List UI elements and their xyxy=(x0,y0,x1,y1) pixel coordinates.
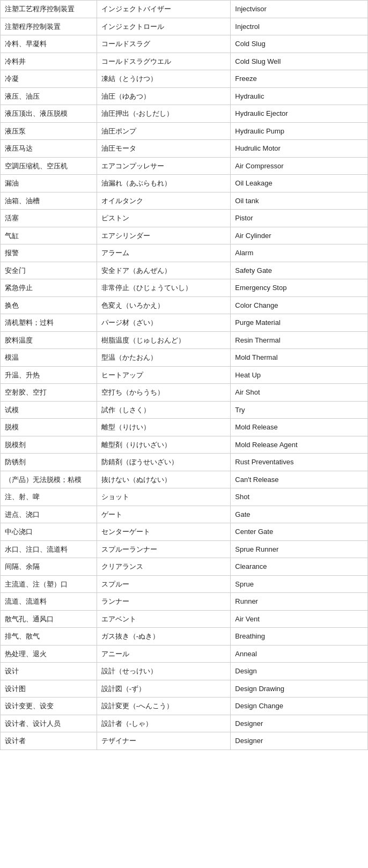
chinese-term: 胶料温度 xyxy=(1,331,97,349)
japanese-term: 設計（せっけい） xyxy=(97,663,231,680)
chinese-term: 主流道、注（塑）口 xyxy=(1,575,97,593)
chinese-term: 冷料、早凝料 xyxy=(1,35,97,53)
english-term: Can't Release xyxy=(231,471,368,488)
english-term: Color Change xyxy=(231,296,368,314)
japanese-term: 油圧モータ xyxy=(97,140,231,158)
japanese-term: 試作（しさく） xyxy=(97,401,231,419)
table-row: 升温、升热ヒートアップHeat Up xyxy=(1,366,368,384)
english-term: Cold Slug Well xyxy=(231,53,368,70)
english-term: Shot xyxy=(231,488,368,506)
japanese-term: ショット xyxy=(97,488,231,506)
japanese-term: 凍結（とうけつ） xyxy=(97,70,231,88)
table-row: 设计者テザイナーDesigner xyxy=(1,732,368,750)
japanese-term: エアベント xyxy=(97,610,231,628)
table-row: 空射胶、空打空打ち（からうち）Air Shot xyxy=(1,384,368,402)
terminology-table: 注塑工艺程序控制装置インジェクトバイザーInjectvisor注塑程序控制装置イ… xyxy=(0,0,368,750)
chinese-term: 热处理、退火 xyxy=(1,645,97,663)
english-term: Sprue xyxy=(231,575,368,593)
japanese-term: 設計者（-しゃ） xyxy=(97,715,231,732)
table-row: 冷料井コールドスラグウエルCold Slug Well xyxy=(1,53,368,70)
table-row: 试模試作（しさく）Try xyxy=(1,401,368,419)
chinese-term: 冷料井 xyxy=(1,53,97,70)
japanese-term: テザイナー xyxy=(97,732,231,750)
chinese-term: 排气、散气 xyxy=(1,628,97,646)
table-row: 设计图設計図（-ず）Design Drawing xyxy=(1,680,368,698)
japanese-term: スプルーランナー xyxy=(97,540,231,558)
chinese-term: 试模 xyxy=(1,401,97,419)
japanese-term: オイルタンク xyxy=(97,192,231,210)
chinese-term: 换色 xyxy=(1,296,97,314)
table-row: 胶料温度樹脂温度（じゅしおんど）Resin Thermal xyxy=(1,331,368,349)
japanese-term: クリアランス xyxy=(97,558,231,576)
chinese-term: 紧急停止 xyxy=(1,279,97,297)
japanese-term: 油圧ポンプ xyxy=(97,122,231,140)
japanese-term: センターゲート xyxy=(97,523,231,541)
english-term: Oil Leakage xyxy=(231,175,368,192)
english-term: Mold Release Agent xyxy=(231,436,368,454)
japanese-term: コールドスラグウエル xyxy=(97,53,231,70)
table-row: 排气、散气ガス抜き（-ぬき）Breathing xyxy=(1,628,368,646)
chinese-term: 空射胶、空打 xyxy=(1,384,97,402)
english-term: Heat Up xyxy=(231,366,368,384)
english-term: Designer xyxy=(231,715,368,732)
english-term: Mold Release xyxy=(231,419,368,436)
table-row: 油箱、油槽オイルタンクOil tank xyxy=(1,192,368,210)
japanese-term: コールドスラグ xyxy=(97,35,231,53)
english-term: Hudrulic Motor xyxy=(231,140,368,158)
english-term: Try xyxy=(231,401,368,419)
table-row: 模温型温（かたおん）Mold Thermal xyxy=(1,349,368,367)
english-term: Design xyxy=(231,663,368,680)
english-term: Pistor xyxy=(231,210,368,227)
table-row: （产品）无法脱模；粘模抜けない（ぬけない）Can't Release xyxy=(1,471,368,488)
japanese-term: パージ材（ざい） xyxy=(97,314,231,332)
japanese-term: アラーム xyxy=(97,244,231,262)
japanese-term: 非常停止（ひじょうていし） xyxy=(97,279,231,297)
japanese-term: ゲート xyxy=(97,506,231,523)
chinese-term: 流道、流道料 xyxy=(1,593,97,611)
chinese-term: 散气孔、通风口 xyxy=(1,610,97,628)
english-term: Hydraulic Pump xyxy=(231,122,368,140)
table-row: 散气孔、通风口エアベントAir Vent xyxy=(1,610,368,628)
chinese-term: 设计图 xyxy=(1,680,97,698)
japanese-term: ランナー xyxy=(97,593,231,611)
japanese-term: スプルー xyxy=(97,575,231,593)
table-row: 冷凝凍結（とうけつ）Freeze xyxy=(1,70,368,88)
english-term: Design Change xyxy=(231,698,368,715)
table-row: 报警アラームAlarm xyxy=(1,244,368,262)
table-row: 流道、流道料ランナーRunner xyxy=(1,593,368,611)
japanese-term: 設計図（-ず） xyxy=(97,680,231,698)
japanese-term: 色変え（いろかえ） xyxy=(97,296,231,314)
chinese-term: 液压泵 xyxy=(1,122,97,140)
english-term: Anneal xyxy=(231,645,368,663)
english-term: Hydraulic Ejector xyxy=(231,105,368,123)
chinese-term: 中心浇口 xyxy=(1,523,97,541)
english-term: Oil tank xyxy=(231,192,368,210)
table-row: 主流道、注（塑）口スプルーSprue xyxy=(1,575,368,593)
chinese-term: 模温 xyxy=(1,349,97,367)
table-row: 设计者、设计人员設計者（-しゃ）Designer xyxy=(1,715,368,732)
table-row: 换色色変え（いろかえ）Color Change xyxy=(1,296,368,314)
japanese-term: 油圧押出（-おしだし） xyxy=(97,105,231,123)
chinese-term: 清机塑料；过料 xyxy=(1,314,97,332)
japanese-term: 防錆剤（ぼうせいざい） xyxy=(97,454,231,471)
japanese-term: エアコンプッレサー xyxy=(97,157,231,175)
english-term: Emergency Stop xyxy=(231,279,368,297)
english-term: Gate xyxy=(231,506,368,523)
chinese-term: 活塞 xyxy=(1,210,97,227)
chinese-term: 漏油 xyxy=(1,175,97,192)
table-row: 水口、注口、流道料スプルーランナーSprue Runner xyxy=(1,540,368,558)
japanese-term: ピストン xyxy=(97,210,231,227)
table-row: 脱模離型（りけい）Mold Release xyxy=(1,419,368,436)
japanese-term: 抜けない（ぬけない） xyxy=(97,471,231,488)
english-term: Sprue Runner xyxy=(231,540,368,558)
japanese-term: 安全ドア（あんぜん） xyxy=(97,262,231,279)
english-term: Runner xyxy=(231,593,368,611)
table-row: 间隔、余隔クリアランスClearance xyxy=(1,558,368,576)
chinese-term: 注塑程序控制装置 xyxy=(1,18,97,35)
chinese-term: （产品）无法脱模；粘模 xyxy=(1,471,97,488)
table-row: 液压泵油圧ポンプHydraulic Pump xyxy=(1,122,368,140)
english-term: Injectvisor xyxy=(231,1,368,18)
japanese-term: 離型剤（りけいざい） xyxy=(97,436,231,454)
english-term: Purge Material xyxy=(231,314,368,332)
table-row: 脱模剂離型剤（りけいざい）Mold Release Agent xyxy=(1,436,368,454)
